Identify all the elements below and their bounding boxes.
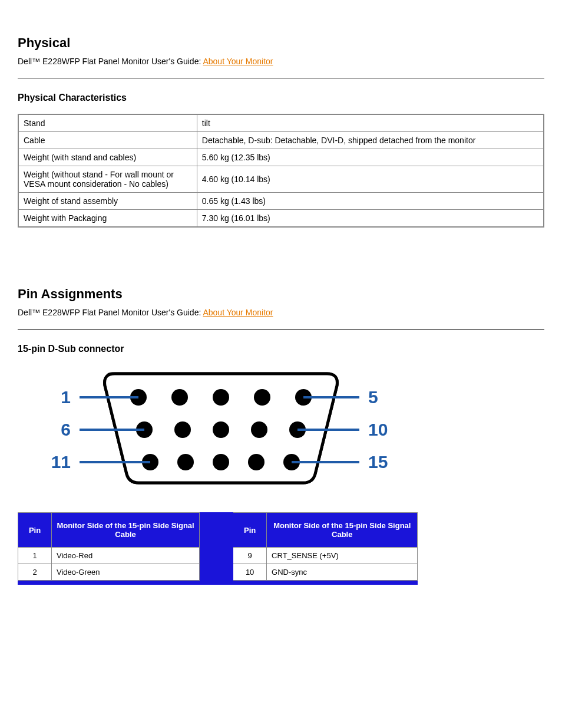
table-row: Weight (without stand - For wall mount o… [18, 166, 544, 193]
spec-label: Cable [18, 132, 197, 149]
pin-signal: CRT_SENSE (+5V) [267, 548, 418, 564]
col-signal: Monitor Side of the 15-pin Side Signal C… [52, 513, 200, 548]
breadcrumb: Dell™ E228WFP Flat Panel Monitor User's … [18, 57, 544, 66]
svg-point-1 [171, 389, 188, 406]
spec-label: Weight (without stand - For wall mount o… [18, 166, 197, 193]
section-title: Pin Assignments [18, 286, 544, 302]
table-row: Cable Detachable, D-sub: Detachable, DVI… [18, 132, 544, 149]
svg-point-13 [248, 454, 265, 470]
spec-value: 7.30 kg (16.01 lbs) [197, 210, 544, 228]
pin-label: 10 [368, 420, 388, 439]
breadcrumb-link[interactable]: About Your Monitor [203, 57, 273, 66]
divider [18, 329, 544, 330]
spec-value: tilt [197, 114, 544, 132]
table-header-row: Pin Monitor Side of the 15-pin Side Sign… [18, 513, 418, 548]
svg-point-8 [251, 421, 267, 438]
pin-label: 1 [61, 387, 71, 407]
section-heading: Physical Characteristics [18, 93, 544, 103]
spec-value: 5.60 kg (12.35 lbs) [197, 149, 544, 166]
section-heading: 15-pin D-Sub connector [18, 344, 544, 354]
table-row: Stand tilt [18, 114, 544, 132]
col-pin: Pin [18, 513, 52, 548]
breadcrumb-prefix: Dell™ E228WFP Flat Panel Monitor User's … [18, 308, 203, 317]
pin-number: 2 [18, 564, 52, 581]
spec-value: Detachable, D-sub: Detachable, DVI-D, sh… [197, 132, 544, 149]
pin-number: 9 [233, 548, 267, 564]
spec-value: 4.60 kg (10.14 lbs) [197, 166, 544, 193]
spec-value: 0.65 kg (1.43 lbs) [197, 193, 544, 210]
table-separator [200, 513, 233, 548]
pin-table: Pin Monitor Side of the 15-pin Side Sign… [18, 512, 418, 585]
pin-label: 6 [61, 420, 71, 439]
breadcrumb-prefix: Dell™ E228WFP Flat Panel Monitor User's … [18, 57, 203, 66]
pin-signal: GND-sync [267, 564, 418, 581]
table-row: 2 Video-Green 10 GND-sync [18, 564, 418, 581]
section-title: Physical [18, 35, 544, 51]
spec-label: Weight of stand assembly [18, 193, 197, 210]
table-separator [18, 581, 418, 585]
svg-point-12 [213, 454, 229, 470]
section-pin-assignments: Pin Assignments Dell™ E228WFP Flat Panel… [18, 286, 544, 585]
svg-point-3 [254, 389, 270, 406]
table-row: Weight of stand assembly 0.65 kg (1.43 l… [18, 193, 544, 210]
pin-label: 11 [51, 452, 71, 472]
svg-point-11 [177, 454, 194, 470]
table-separator [200, 548, 233, 564]
table-row: 1 Video-Red 9 CRT_SENSE (+5V) [18, 548, 418, 564]
divider [18, 78, 544, 78]
dsub-connector-icon: 1 6 11 5 10 15 [47, 365, 389, 489]
pin-label: 5 [368, 387, 378, 407]
svg-point-6 [174, 421, 191, 438]
col-signal: Monitor Side of the 15-pin Side Signal C… [267, 513, 418, 548]
connector-diagram: 1 6 11 5 10 15 [47, 365, 544, 489]
spec-table: Stand tilt Cable Detachable, D-sub: Deta… [18, 114, 544, 228]
svg-point-2 [213, 389, 229, 406]
pin-signal: Video-Green [52, 564, 200, 581]
spec-label: Weight (with stand and cables) [18, 149, 197, 166]
breadcrumb-link[interactable]: About Your Monitor [203, 308, 273, 317]
table-row: Weight (with stand and cables) 5.60 kg (… [18, 149, 544, 166]
pin-signal: Video-Red [52, 548, 200, 564]
table-separator [200, 564, 233, 581]
pin-number: 10 [233, 564, 267, 581]
table-row [18, 581, 418, 585]
col-pin: Pin [233, 513, 267, 548]
pin-label: 15 [368, 452, 388, 472]
table-row: Weight with Packaging 7.30 kg (16.01 lbs… [18, 210, 544, 228]
breadcrumb: Dell™ E228WFP Flat Panel Monitor User's … [18, 308, 544, 317]
pin-number: 1 [18, 548, 52, 564]
spec-label: Weight with Packaging [18, 210, 197, 228]
svg-point-7 [213, 421, 229, 438]
spec-label: Stand [18, 114, 197, 132]
section-physical: Physical Dell™ E228WFP Flat Panel Monito… [18, 35, 544, 228]
